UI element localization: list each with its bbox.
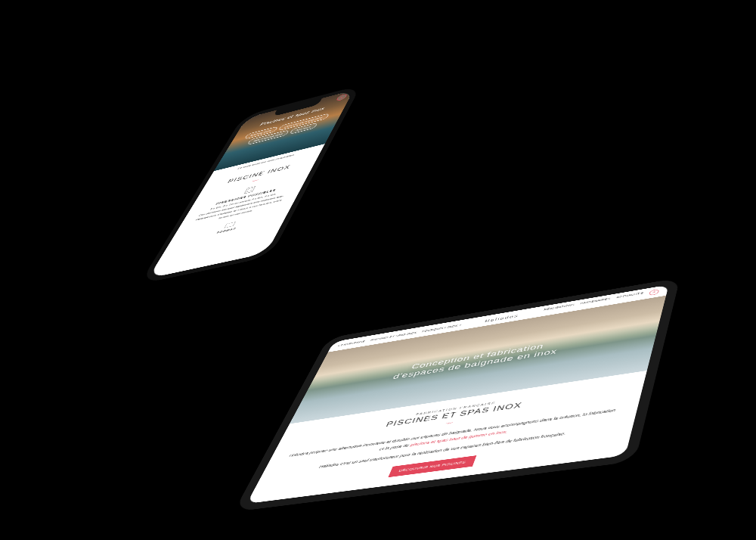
tablet-device: L'ENTREPRISE PISCINES ET SPAS INOX POURQ…	[377, 329, 756, 540]
hamburger-icon[interactable]	[649, 289, 659, 296]
mockup-stage: L'ENTREPRISE PISCINES ET SPAS INOX POURQ…	[0, 0, 756, 540]
format-icon	[224, 222, 235, 228]
body-paragraph: 3 x 6m, 3 x 7m ou encore 4 x 8m, 4 x 9m.…	[188, 189, 290, 227]
cta-button[interactable]: DÉCOUVRIR NOS PISCINES	[388, 455, 477, 477]
dimension-icon	[244, 186, 256, 194]
